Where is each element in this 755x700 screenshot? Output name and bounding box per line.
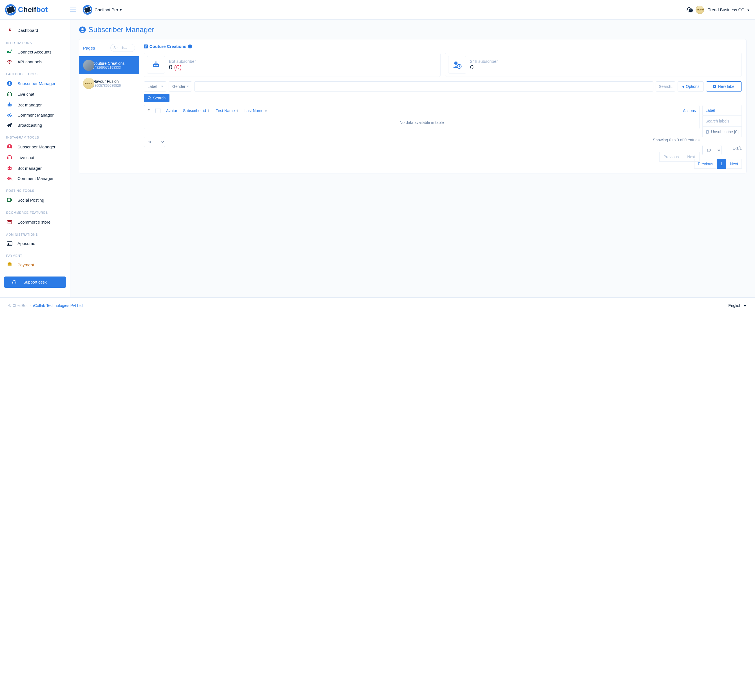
svg-point-7: [10, 105, 11, 106]
info-icon[interactable]: i: [188, 44, 192, 48]
new-label-button[interactable]: New label: [706, 81, 742, 92]
account-avatar[interactable]: Flavour: [696, 6, 704, 14]
page-item-couture[interactable]: Couture Creations 243269572198333: [79, 56, 139, 74]
page-avatar: [83, 60, 94, 71]
sidebar-item-payment[interactable]: Payment: [0, 259, 70, 270]
col-last-name[interactable]: Last Name▲▼: [244, 108, 267, 113]
product-switcher[interactable]: Cheifbot Pro ▼: [83, 5, 122, 15]
sidebar-item-api-channels[interactable]: API channels: [0, 57, 70, 67]
wifi-icon: [6, 60, 13, 64]
sidebar-label: Live chat: [17, 155, 34, 160]
page-id: 236057869589826: [93, 84, 121, 88]
svg-point-25: [81, 28, 84, 30]
table-search-input[interactable]: Search...: [656, 81, 675, 92]
gender-filter[interactable]: Gender: [168, 81, 192, 92]
sidebar-item-ig-live-chat[interactable]: Live chat: [0, 152, 70, 163]
labels-prev-button[interactable]: Previous: [694, 159, 717, 169]
robot-icon: [6, 165, 13, 171]
content-panel: Couture Creations i Bot subscriber 0 (0): [139, 39, 746, 173]
headset-icon: [12, 280, 17, 285]
sidebar-item-social-posting[interactable]: Social Posting: [0, 195, 70, 205]
sidebar-item-ecommerce-store[interactable]: Ecommerce store: [0, 217, 70, 227]
label-row-unsubscribe[interactable]: Unsubscribe [0]: [702, 127, 742, 137]
page-id: 243269572198333: [93, 66, 125, 70]
logo-text: Cheifbot: [18, 5, 48, 14]
svg-point-34: [148, 97, 150, 99]
sidebar-item-connect-accounts[interactable]: Connect Accounts: [0, 47, 70, 57]
topbar: Cheifbot Cheifbot Pro ▼ 0 Flavour Trend …: [0, 0, 755, 20]
page-title: Subscriber Manager: [79, 25, 747, 34]
sidebar-item-fb-live-chat[interactable]: Live chat: [0, 89, 70, 99]
labels-next-button[interactable]: Next: [726, 159, 742, 169]
reply-all-icon: [6, 176, 13, 181]
sidebar-item-fb-bot-manager[interactable]: Bot manager: [0, 99, 70, 110]
col-actions: Actions: [683, 108, 696, 113]
sidebar-label: Subscriber Manager: [17, 144, 55, 149]
svg-point-31: [454, 61, 458, 65]
coins-icon: [6, 262, 13, 267]
user-circle-icon: [6, 144, 13, 150]
sidebar-item-ig-bot-manager[interactable]: Bot manager: [0, 163, 70, 173]
col-avatar[interactable]: Avatar: [166, 108, 177, 113]
robot-icon: [147, 56, 165, 74]
sidebar-label: Appsumo: [17, 241, 35, 246]
support-label: Support desk: [23, 280, 47, 284]
stat-bot-subscriber: Bot subscriber 0 (0): [144, 53, 441, 77]
sidebar-item-ig-comment-manager[interactable]: Comment Manager: [0, 173, 70, 183]
sidebar-item-ig-subscriber-manager[interactable]: Subscriber Manager: [0, 141, 70, 152]
store-icon: [6, 219, 13, 225]
sidebar-label: Connect Accounts: [17, 50, 51, 54]
options-button[interactable]: ◀ Options: [678, 81, 704, 92]
svg-rect-22: [12, 282, 13, 284]
stat-label: 24h subscriber: [470, 59, 498, 64]
search-button[interactable]: Search: [144, 94, 170, 102]
sidebar-item-dashboard[interactable]: Dashboard: [0, 25, 70, 36]
share-icon: [6, 197, 13, 203]
pages-search-input[interactable]: [110, 44, 135, 52]
menu-toggle-icon[interactable]: [70, 8, 76, 12]
labels-page-size-select[interactable]: 10: [702, 145, 722, 155]
sidebar-item-appsumo[interactable]: Appsumo: [0, 239, 70, 248]
page-size-select[interactable]: 10: [144, 137, 165, 147]
svg-point-13: [8, 168, 9, 169]
labels-search-input[interactable]: [703, 116, 741, 127]
stat-24h-subscriber: 24h subscriber 0: [445, 53, 742, 77]
col-subscriber-id[interactable]: Subscriber id▲▼: [183, 108, 210, 113]
subscribers-table: # Avatar Subscriber id▲▼ First Name▲▼ La…: [144, 105, 700, 169]
language-switcher[interactable]: English ▼: [728, 303, 747, 308]
col-first-name[interactable]: First Name▲▼: [216, 108, 239, 113]
account-menu[interactable]: Trend Business CO ▼: [708, 7, 750, 12]
svg-point-29: [156, 65, 158, 66]
stats-row: Bot subscriber 0 (0) 24h subscriber 0: [144, 53, 742, 77]
sidebar-label: Live chat: [17, 92, 34, 97]
page-item-flavour[interactable]: Flavour Flavour Fusion 236057869589826: [79, 74, 139, 92]
logo[interactable]: Cheifbot: [5, 4, 70, 16]
sidebar-item-fb-subscriber-manager[interactable]: Subscriber Manager: [0, 78, 70, 89]
table-pager: Previous Next: [144, 152, 700, 162]
select-all-checkbox[interactable]: [155, 108, 161, 113]
sidebar-section-facebook: FACEBOOK TOOLS: [0, 67, 70, 78]
sidebar-label: Comment Manager: [17, 176, 53, 181]
label-filter[interactable]: Label: [144, 81, 166, 92]
sidebar-item-fb-comment-manager[interactable]: Comment Manager: [0, 110, 70, 120]
support-desk-button[interactable]: Support desk: [4, 277, 66, 288]
notifications-button[interactable]: 0: [686, 7, 692, 13]
sidebar-item-fb-broadcasting[interactable]: Broadcasting: [0, 120, 70, 130]
page-name: Flavour Fusion: [93, 79, 121, 84]
footer: © CheifBot · iCollab Technologies Pvt Lt…: [0, 297, 755, 313]
svg-rect-12: [8, 167, 11, 170]
stat-value: 0: [470, 64, 498, 71]
svg-rect-23: [16, 282, 16, 284]
labels-header: Label: [702, 105, 742, 116]
sidebar-label: Comment Manager: [17, 112, 53, 117]
search-icon: [148, 96, 151, 100]
prev-page-button[interactable]: Previous: [659, 152, 683, 162]
footer-company-link[interactable]: iCollab Technologies Pvt Ltd: [33, 303, 83, 308]
labels-page-1[interactable]: 1: [717, 159, 726, 169]
content-title: Couture Creations i: [144, 44, 742, 49]
sort-icon: ▲▼: [207, 109, 210, 112]
sidebar-label: Social Posting: [17, 198, 44, 202]
sidebar-section-instagram: INSTAGRAM TOOLS: [0, 130, 70, 141]
svg-point-9: [9, 145, 11, 147]
sidebar-section-posting: POSTING TOOLS: [0, 183, 70, 195]
